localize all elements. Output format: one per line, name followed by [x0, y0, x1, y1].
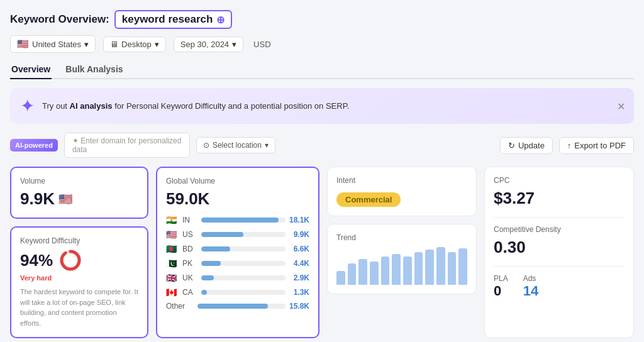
- domain-input[interactable]: ✦ Enter domain for personalized data: [64, 133, 190, 158]
- country-bar-item: 🇬🇧 UK 2.9K: [166, 273, 309, 283]
- ads-value: 14: [523, 283, 538, 299]
- country-bar-item: 🇨🇦 CA 1.3K: [166, 287, 309, 297]
- device-label: Desktop: [121, 40, 152, 49]
- keyword-input-box[interactable]: keyword research ⊕: [114, 10, 233, 29]
- trend-bar-segment: [414, 252, 423, 285]
- device-filter[interactable]: 🖥 Desktop ▾: [103, 36, 166, 52]
- trend-bar-segment: [392, 254, 401, 285]
- location-label: Select location: [213, 141, 262, 150]
- trend-bar-segment: [425, 250, 434, 285]
- bar-value: 9.9K: [289, 230, 309, 239]
- comp-density-value: 0.30: [494, 238, 625, 257]
- bar-fill: [201, 261, 221, 266]
- cards-row: Volume 9.9K 🇺🇸 Keyword Difficulty 94% Ve…: [10, 167, 634, 338]
- country-bar-list: 🇮🇳 IN 18.1K 🇺🇸 US 9.9K 🇧🇩 BD 6.6K 🇵🇰 PK: [166, 215, 309, 297]
- page-title: Keyword Overview:: [10, 13, 109, 26]
- country-bar-flag: 🇮🇳: [166, 215, 179, 225]
- trend-bar-segment: [358, 259, 367, 285]
- country-bar-item: 🇵🇰 PK 4.4K: [166, 258, 309, 268]
- bar-value: 1.3K: [289, 288, 309, 297]
- pla-item: PLA 0: [494, 274, 508, 299]
- difficulty-description: The hardest keyword to compete for. It w…: [20, 287, 138, 328]
- other-label: Other: [166, 302, 194, 311]
- other-bar-fill: [197, 304, 268, 309]
- date-chevron: ▾: [232, 40, 236, 49]
- trend-bar-segment: [381, 256, 390, 285]
- country-filter[interactable]: 🇺🇸 United States ▾: [10, 35, 96, 53]
- cpc-label: CPC: [494, 176, 625, 185]
- add-keyword-icon[interactable]: ⊕: [216, 14, 225, 26]
- country-bar-code: US: [182, 230, 197, 239]
- date-filter[interactable]: Sep 30, 2024 ▾: [174, 36, 243, 52]
- trend-bar-segment: [436, 247, 445, 285]
- comp-density-label: Competitive Density: [494, 225, 625, 234]
- update-button[interactable]: ↻ Update: [500, 137, 553, 154]
- country-bar-item: 🇧🇩 BD 6.6K: [166, 244, 309, 254]
- country-bar-code: BD: [182, 245, 197, 253]
- trend-label: Trend: [336, 233, 467, 242]
- bar-value: 2.9K: [289, 273, 309, 282]
- domain-placeholder: ✦ Enter domain for personalized data: [72, 136, 182, 154]
- country-label: United States: [32, 40, 81, 49]
- country-bar-item: 🇺🇸 US 9.9K: [166, 229, 309, 240]
- volume-value: 9.9K 🇺🇸: [20, 189, 138, 209]
- banner-close-button[interactable]: ✕: [617, 100, 625, 112]
- country-bar-code: IN: [182, 216, 197, 224]
- trend-bar-segment: [370, 262, 379, 285]
- bar-fill: [201, 246, 230, 251]
- filters-row: 🇺🇸 United States ▾ 🖥 Desktop ▾ Sep 30, 2…: [10, 35, 634, 53]
- bar-fill: [201, 275, 214, 280]
- bar-track: [201, 218, 286, 223]
- bar-fill: [201, 290, 207, 295]
- bar-fill: [201, 218, 279, 223]
- global-volume-label: Global Volume: [166, 177, 309, 185]
- bar-value: 6.6K: [289, 245, 309, 253]
- country-bar-code: PK: [182, 259, 197, 268]
- cpc-section: CPC $3.27: [494, 176, 625, 208]
- tabs-row: Overview Bulk Analysis: [10, 60, 634, 79]
- keyword-text: keyword research: [122, 13, 213, 26]
- pla-label: PLA: [494, 274, 508, 283]
- difficulty-donut: [59, 249, 82, 272]
- bar-value: 4.4K: [289, 259, 309, 268]
- other-row: Other 15.8K: [166, 302, 309, 311]
- export-button[interactable]: ↑ Export to PDF: [559, 137, 634, 154]
- location-button[interactable]: ⊙ Select location ▾: [196, 137, 275, 153]
- export-label: Export to PDF: [574, 141, 626, 150]
- intent-card: Intent Commercial: [327, 167, 477, 216]
- other-value: 15.8K: [289, 302, 309, 311]
- desktop-icon: 🖥: [110, 40, 118, 49]
- country-bar-flag: 🇺🇸: [166, 229, 179, 240]
- bar-value: 18.1K: [289, 216, 309, 224]
- bar-track: [201, 261, 286, 266]
- right-metrics-card: CPC $3.27 Competitive Density 0.30 PLA 0…: [484, 167, 634, 338]
- trend-bar-segment: [448, 252, 457, 285]
- trend-card: Trend: [327, 224, 477, 294]
- intent-label: Intent: [336, 176, 467, 185]
- currency-label: USD: [253, 40, 270, 49]
- country-chevron: ▾: [84, 40, 89, 49]
- pla-value: 0: [494, 283, 508, 299]
- tab-bulk-analysis[interactable]: Bulk Analysis: [64, 60, 124, 79]
- date-label: Sep 30, 2024: [180, 40, 229, 49]
- country-bar-flag: 🇵🇰: [166, 258, 179, 268]
- trend-bar-segment: [403, 256, 412, 285]
- country-bar-code: CA: [182, 288, 197, 297]
- header: Keyword Overview: keyword research ⊕: [10, 10, 634, 29]
- country-bar-flag: 🇬🇧: [166, 273, 179, 283]
- difficulty-card: Keyword Difficulty 94% Very hard The har…: [10, 226, 148, 338]
- bar-track: [201, 275, 286, 280]
- global-volume-value: 59.0K: [166, 189, 309, 209]
- ads-item: Ads 14: [523, 274, 538, 299]
- pla-ads-row: PLA 0 Ads 14: [494, 274, 625, 299]
- banner-text: Try out AI analysis for Personal Keyword…: [42, 101, 349, 111]
- svg-point-1: [62, 251, 79, 269]
- other-bar-track: [197, 304, 286, 309]
- bar-track: [201, 232, 286, 237]
- intent-badge: Commercial: [336, 192, 401, 207]
- country-flag: 🇺🇸: [17, 38, 29, 50]
- tab-overview[interactable]: Overview: [10, 60, 52, 79]
- toolbar-row: AI-powered ✦ Enter domain for personaliz…: [10, 133, 634, 158]
- export-icon: ↑: [567, 141, 572, 150]
- update-label: Update: [518, 141, 545, 150]
